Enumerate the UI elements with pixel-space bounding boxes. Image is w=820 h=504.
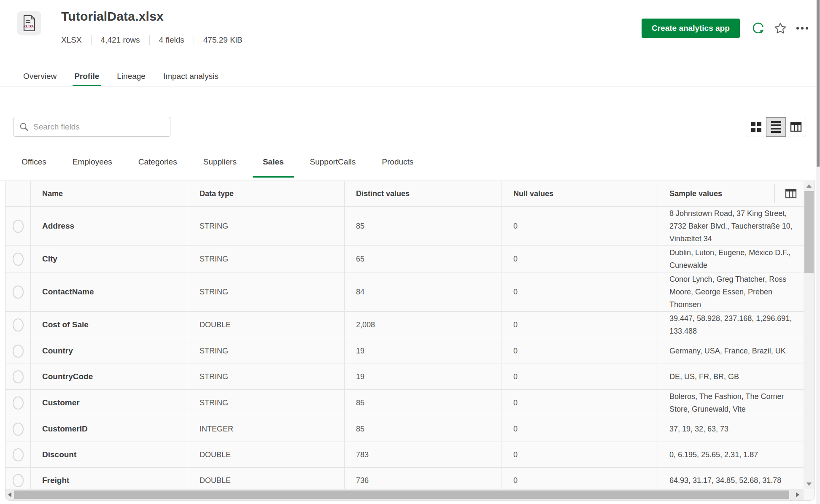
list-view-icon [771, 121, 781, 133]
table-row[interactable]: Discount DOUBLE 783 0 0, 6.195, 25.65, 2… [5, 442, 804, 468]
dataset-tab-sales[interactable]: Sales [253, 154, 294, 180]
scroll-right-arrow-icon[interactable] [796, 492, 799, 497]
field-distinct-values: 19 [344, 364, 502, 389]
fields-table-body: Name Data type Distinct values Null valu… [5, 181, 804, 489]
scroll-down-arrow-icon[interactable] [807, 482, 812, 486]
tab-lineage[interactable]: Lineage [117, 66, 146, 86]
row-radio[interactable] [13, 423, 24, 436]
field-name: CountryCode [42, 372, 93, 381]
table-view-button[interactable] [786, 117, 806, 137]
row-radio[interactable] [13, 448, 24, 461]
vertical-scroll-thumb[interactable] [804, 191, 814, 273]
more-menu-button[interactable] [794, 20, 811, 37]
table-row[interactable]: Freight DOUBLE 736 0 64.93, 31.17, 34.85… [5, 468, 804, 489]
grid-view-icon [751, 122, 761, 132]
file-type: XLSX [61, 35, 91, 45]
dataset-tab-offices[interactable]: Offices [11, 154, 57, 180]
reload-button[interactable] [750, 20, 767, 37]
field-distinct-values: 2,008 [344, 312, 502, 338]
field-distinct-values: 84 [344, 272, 502, 311]
dataset-tab-supportcalls[interactable]: SupportCalls [300, 154, 366, 180]
page-scroll-thumb[interactable] [817, 0, 820, 167]
favorite-button[interactable] [772, 20, 789, 37]
column-header-data-type: Data type [188, 181, 344, 206]
document-icon: XLSX [22, 15, 36, 32]
field-distinct-values: 736 [344, 468, 502, 489]
field-distinct-values: 85 [344, 416, 502, 442]
column-picker-icon [785, 189, 797, 199]
field-null-values: 0 [502, 364, 658, 389]
table-row[interactable]: Customer STRING 85 0 Boleros, The Fashio… [5, 390, 804, 416]
fields-table: Name Data type Distinct values Null valu… [5, 181, 815, 501]
field-name: Cost of Sale [42, 320, 89, 329]
row-radio[interactable] [13, 253, 24, 266]
row-radio[interactable] [13, 220, 24, 233]
file-size: 475.29 KiB [194, 35, 252, 45]
field-null-values: 0 [502, 246, 658, 272]
header-select-cell [5, 181, 30, 206]
field-null-values: 0 [502, 390, 658, 416]
table-row[interactable]: Country STRING 19 0 Germany, USA, France… [5, 338, 804, 364]
field-distinct-values: 65 [344, 246, 502, 272]
field-data-type: STRING [188, 272, 344, 311]
field-null-values: 0 [502, 468, 658, 489]
field-null-values: 0 [502, 338, 658, 364]
dataset-tab-suppliers[interactable]: Suppliers [193, 154, 247, 180]
scroll-up-arrow-icon[interactable] [807, 184, 812, 188]
field-sample-values: 8 Johnstown Road, 37 King Street, 2732 B… [658, 207, 804, 245]
tab-impact-analysis[interactable]: Impact analysis [163, 66, 218, 86]
row-radio[interactable] [13, 474, 24, 487]
dataset-tab-bar: Offices Employees Categories Suppliers S… [11, 154, 429, 180]
view-toggle-group [746, 117, 806, 137]
field-data-type: DOUBLE [188, 468, 344, 489]
table-row[interactable]: City STRING 65 0 Dublin, Luton, Eugene, … [5, 246, 804, 272]
row-radio[interactable] [13, 396, 24, 410]
row-radio[interactable] [13, 286, 24, 299]
table-row[interactable]: Address STRING 85 0 8 Johnstown Road, 37… [5, 207, 804, 246]
row-radio[interactable] [13, 370, 24, 383]
ellipsis-icon [796, 27, 808, 30]
field-sample-values: Conor Lynch, Greg Thatcher, Ross Moore, … [658, 272, 804, 311]
tab-profile[interactable]: Profile [74, 66, 99, 86]
dataset-tab-categories[interactable]: Categories [128, 154, 187, 180]
scroll-left-arrow-icon[interactable] [8, 492, 11, 497]
table-row[interactable]: ContactName STRING 84 0 Conor Lynch, Gre… [5, 272, 804, 312]
field-sample-values: 37, 19, 32, 63, 73 [658, 416, 804, 442]
scrollbar-corner [804, 489, 815, 500]
field-name: Discount [42, 450, 76, 459]
field-name: CustomerID [42, 424, 88, 434]
dataset-tab-employees[interactable]: Employees [62, 154, 122, 180]
search-input[interactable] [33, 122, 165, 132]
horizontal-scroll-thumb[interactable] [14, 491, 789, 499]
row-radio[interactable] [13, 345, 24, 358]
table-header-row: Name Data type Distinct values Null valu… [5, 181, 804, 207]
field-name: ContactName [42, 287, 94, 296]
field-name: Customer [42, 398, 80, 407]
tab-divider [0, 86, 820, 86]
field-data-type: STRING [188, 207, 344, 245]
field-data-type: STRING [188, 390, 344, 416]
table-row[interactable]: CustomerID INTEGER 85 0 37, 19, 32, 63, … [5, 416, 804, 442]
dataset-tab-products[interactable]: Products [372, 154, 423, 180]
table-view-icon [790, 122, 802, 132]
field-data-type: DOUBLE [188, 442, 344, 467]
field-name: Country [42, 346, 73, 356]
grid-view-button[interactable] [746, 117, 766, 137]
row-radio[interactable] [13, 318, 24, 332]
field-null-values: 0 [502, 272, 658, 311]
page-scrollbar[interactable] [816, 0, 820, 504]
field-data-type: INTEGER [188, 416, 344, 442]
column-picker-button[interactable] [785, 189, 797, 199]
field-sample-values: Boleros, The Fashion, The Corner Store, … [658, 390, 804, 416]
table-vertical-scrollbar[interactable] [804, 181, 815, 489]
list-view-button[interactable] [766, 117, 786, 137]
field-data-type: STRING [188, 338, 344, 364]
table-row[interactable]: Cost of Sale DOUBLE 2,008 0 39.447, 58.9… [5, 312, 804, 338]
field-null-values: 0 [502, 312, 658, 338]
field-sample-values: 64.93, 31.17, 34.85, 52.68, 31.78 [658, 468, 804, 489]
tab-overview[interactable]: Overview [23, 66, 57, 86]
xlsx-file-icon: XLSX [17, 11, 41, 35]
table-horizontal-scrollbar[interactable] [5, 489, 804, 500]
table-row[interactable]: CountryCode STRING 19 0 DE, US, FR, BR, … [5, 364, 804, 390]
create-analytics-app-button[interactable]: Create analytics app [642, 19, 740, 38]
